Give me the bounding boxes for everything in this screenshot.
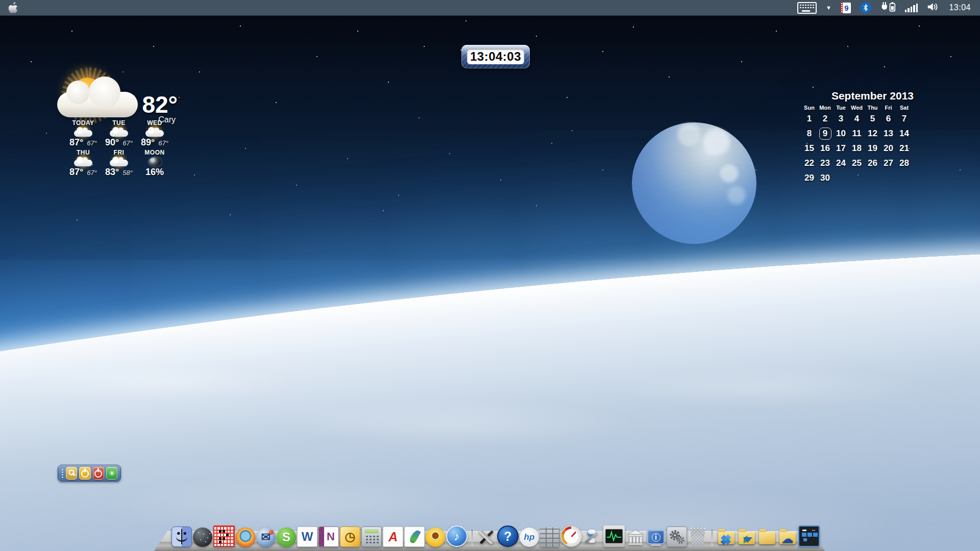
calendar-title: September 2013 [801, 90, 915, 102]
dock-icon-onedrive-folder[interactable]: ☁ [778, 528, 797, 547]
dock-icon-gdrive-folder[interactable] [737, 528, 756, 547]
calendar-day: 19 [865, 142, 880, 157]
calendar-grid: Sun Mon Tue Wed Thu Fri Sat 1 2 3 4 5 6 … [801, 105, 915, 187]
dock-icon-help[interactable]: ? [497, 525, 519, 547]
dock-icon-adobe-reader[interactable]: A [383, 527, 403, 547]
calendar-day [865, 172, 880, 187]
calendar-day: 22 [801, 157, 817, 172]
calendar-day: 23 [817, 157, 833, 172]
lock-button[interactable] [66, 467, 77, 480]
apple-icon [6, 1, 19, 15]
calendar-day: 30 [817, 172, 833, 187]
moon [632, 122, 756, 244]
dock-icon-network-globe[interactable] [193, 528, 212, 547]
dock-icon-feather[interactable] [404, 527, 425, 547]
system-tray: ▼ 9 [797, 1, 971, 14]
clock-time: 13:04:03 [470, 49, 521, 64]
calendar-day: 7 [896, 113, 912, 128]
calendar-day: 21 [896, 142, 912, 157]
sun-cloud-icon [110, 128, 128, 137]
calendar-selected-day: 9 [817, 128, 833, 142]
key-icon [66, 468, 77, 479]
dock-icon-grid-app[interactable] [213, 525, 235, 547]
current-temp: 82° [135, 93, 178, 116]
tray-calendar-icon[interactable]: 9 [841, 3, 851, 13]
calendar-day: 24 [833, 157, 849, 172]
apple-menu[interactable] [6, 1, 21, 15]
dock-icon-robot[interactable] [583, 528, 602, 547]
dock-icon-hp[interactable]: hp [520, 528, 539, 547]
cloud-icon [57, 92, 138, 117]
clock-face: 13:04:03 [467, 49, 524, 64]
calendar-day: 13 [880, 128, 896, 142]
restart-button[interactable]: ✳ [106, 467, 117, 480]
calendar-day: 25 [849, 157, 865, 172]
chevron-down-icon[interactable]: ▼ [826, 5, 831, 11]
dock-icon-trash[interactable] [688, 528, 707, 547]
dock-icon-skype[interactable]: S [277, 528, 296, 547]
dock-icon-folder[interactable] [757, 528, 777, 547]
weather-widget[interactable]: 82° Cary TODAY 87°67° TUE 90°67° WED 89°… [57, 74, 180, 184]
calendar-day: 18 [849, 142, 865, 157]
forecast-fri: FRI 83°58° [101, 149, 137, 178]
calendar-widget[interactable]: September 2013 Sun Mon Tue Wed Thu Fri S… [801, 90, 915, 187]
dock-icon-outlook[interactable]: ◷ [340, 527, 360, 547]
gdrive-icon [743, 535, 752, 543]
sun-cloud-icon [74, 128, 92, 137]
dock-icon-firewall[interactable] [540, 528, 559, 547]
clock-widget[interactable]: 13:04:03 [461, 45, 530, 68]
calendar-day: 5 [865, 113, 880, 128]
forecast-tue: TUE 90°67° [101, 119, 137, 148]
dock-icon-system-info[interactable]: i [646, 528, 666, 547]
keyboard-icon[interactable] [797, 2, 817, 14]
calendar-day: 6 [880, 113, 896, 128]
calendar-day: 29 [801, 172, 817, 187]
dock-icon-dropbox-folder[interactable] [717, 528, 736, 547]
restart-icon: ✳ [109, 469, 115, 477]
dock-icon-calculator[interactable] [361, 527, 382, 547]
dock: ✉ S W N ◷ A ♪ ? hp [172, 525, 820, 547]
calendar-day: 12 [865, 128, 880, 142]
calendar-day: 10 [833, 128, 849, 142]
dock-separator [712, 530, 713, 546]
sun-cloud-icon [110, 157, 128, 166]
standby-button[interactable] [79, 467, 90, 480]
dock-icon-mail[interactable]: ✉ [256, 528, 276, 547]
dock-icon-firefox[interactable] [236, 528, 255, 547]
calendar-day [833, 172, 849, 187]
dock-icon-word[interactable]: W [297, 527, 317, 547]
shutdown-button[interactable] [93, 467, 104, 480]
calendar-day [849, 172, 865, 187]
calendar-day: 14 [896, 128, 912, 142]
volume-icon[interactable] [927, 2, 940, 14]
forecast-grid: TODAY 87°67° TUE 90°67° WED 89°67° THU 8… [65, 119, 173, 178]
forecast-moon: MOON 16% [137, 149, 173, 178]
drag-handle[interactable] [61, 468, 64, 479]
menu-bar-clock: 13:04 [949, 3, 971, 12]
dock-separator [472, 530, 473, 546]
dock-icon-itunes[interactable]: ♪ [446, 525, 468, 547]
calendar-day: 16 [817, 142, 833, 157]
dock-icon-metro-tiles[interactable] [798, 525, 820, 547]
desktop: ▼ 9 [0, 0, 980, 551]
dock-icon-bank[interactable] [626, 528, 645, 547]
signal-strength-icon[interactable] [905, 3, 918, 12]
onedrive-cloud-icon: ☁ [782, 534, 793, 545]
dock-icon-gauge[interactable] [560, 525, 582, 547]
calendar-day: 15 [801, 142, 817, 157]
dock-icon-activity-monitor[interactable] [603, 525, 625, 547]
calendar-day: 4 [849, 113, 865, 128]
forecast-today: TODAY 87°67° [65, 119, 101, 148]
forecast-wed: WED 89°67° [137, 119, 173, 148]
dock-icon-tools[interactable] [477, 528, 496, 547]
dock-icon-onenote[interactable]: N [318, 527, 339, 547]
power-icon [81, 470, 89, 478]
calendar-day: 8 [801, 128, 817, 142]
dock-icon-webcam[interactable] [426, 528, 445, 547]
menu-bar: ▼ 9 [0, 0, 980, 16]
calendar-day: 2 [817, 113, 833, 128]
dock-icon-finder[interactable] [172, 527, 192, 547]
dock-icon-gears[interactable] [667, 527, 687, 547]
bluetooth-icon[interactable] [860, 2, 871, 13]
battery-charging-icon[interactable] [880, 1, 896, 14]
